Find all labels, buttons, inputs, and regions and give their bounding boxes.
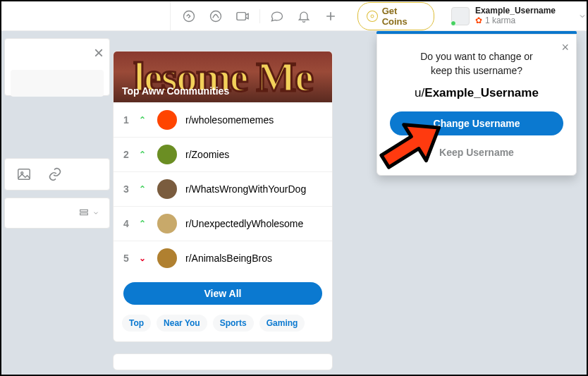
popup-close-icon[interactable]: ×	[561, 40, 569, 55]
svg-rect-4	[18, 169, 30, 180]
view-all-button[interactable]: View All	[123, 282, 322, 305]
community-rank: 5	[123, 253, 130, 264]
user-name-label: Example_Username	[475, 6, 556, 16]
notifications-icon[interactable]	[294, 6, 314, 26]
community-avatar	[157, 248, 177, 268]
trend-down-icon: ⌄	[139, 253, 149, 263]
all-icon[interactable]	[206, 6, 226, 26]
top-communities-card: lesome Me Top Aww Communities 1⌃r/wholes…	[113, 51, 333, 342]
communities-banner: lesome Me Top Aww Communities	[114, 51, 332, 102]
category-chip-row: TopNear YouSportsGaming	[114, 312, 332, 341]
create-post-icon[interactable]	[321, 6, 341, 26]
community-row[interactable]: 5⌄r/AnimalsBeingBros	[114, 241, 332, 275]
change-username-button[interactable]: Change Username	[390, 111, 563, 135]
image-post-icon[interactable]	[16, 166, 32, 182]
community-name: r/Zoomies	[185, 149, 229, 160]
community-name: r/UnexpectedlyWholesome	[185, 218, 303, 229]
user-menu[interactable]: Example_Username ✿ 1 karma	[451, 6, 587, 25]
community-rank: 4	[123, 218, 130, 229]
category-chip[interactable]: Sports	[213, 315, 254, 332]
post-type-card	[4, 158, 110, 190]
user-karma-row: ✿ 1 karma	[475, 16, 556, 25]
popup-question-line2: keep this username?	[431, 65, 522, 76]
community-avatar	[157, 110, 177, 130]
middle-column: lesome Me Top Aww Communities 1⌃r/wholes…	[113, 31, 333, 375]
user-info: Example_Username ✿ 1 karma	[475, 6, 556, 25]
svg-rect-7	[80, 213, 88, 215]
sort-card	[4, 198, 110, 229]
link-post-icon[interactable]	[47, 166, 63, 182]
svg-rect-6	[80, 210, 88, 212]
popup-username: u/Example_Username	[390, 86, 563, 100]
community-rank: 1	[123, 114, 130, 126]
topbar: Get Coins Example_Username ✿ 1 karma	[1, 1, 587, 31]
category-chip[interactable]: Gaming	[259, 315, 305, 332]
popular-icon[interactable]	[179, 6, 199, 26]
get-coins-label: Get Coins	[382, 6, 425, 27]
community-name: r/WhatsWrongWithYourDog	[185, 183, 306, 195]
trend-up-icon: ⌃	[139, 219, 149, 229]
popup-question-line1: Do you want to change or	[420, 51, 533, 62]
community-row[interactable]: 4⌃r/UnexpectedlyWholesome	[114, 206, 332, 241]
svg-point-0	[183, 11, 194, 21]
community-avatar	[157, 145, 177, 164]
popup-question: Do you want to change or keep this usern…	[390, 50, 563, 78]
communities-list: 1⌃r/wholesomememes2⌃r/Zoomies3⌃r/WhatsWr…	[114, 102, 332, 275]
live-icon[interactable]	[233, 6, 252, 26]
karma-icon: ✿	[475, 16, 482, 25]
category-chip[interactable]: Top	[122, 315, 151, 332]
community-avatar	[157, 179, 177, 199]
topbar-left-spacer	[1, 1, 171, 31]
sort-dropdown[interactable]	[78, 207, 99, 219]
chevron-down-icon	[578, 12, 587, 20]
svg-point-3	[371, 15, 374, 18]
community-rank: 3	[123, 183, 130, 195]
community-name: r/AnimalsBeingBros	[185, 253, 272, 264]
communities-banner-title: Top Aww Communities	[122, 85, 229, 97]
community-row[interactable]: 2⌃r/Zoomies	[114, 137, 332, 171]
community-avatar	[157, 214, 177, 234]
community-row[interactable]: 3⌃r/WhatsWrongWithYourDog	[114, 171, 332, 206]
close-icon[interactable]: ×	[94, 43, 104, 63]
trend-up-icon: ⌃	[139, 150, 149, 159]
trend-up-icon: ⌃	[139, 184, 149, 194]
topbar-icon-group	[171, 6, 349, 26]
chat-icon[interactable]	[267, 6, 287, 26]
skeleton-block	[11, 70, 104, 97]
svg-rect-2	[237, 12, 246, 20]
community-name: r/wholesomememes	[185, 114, 274, 126]
user-avatar	[451, 7, 470, 25]
online-indicator	[451, 20, 456, 26]
left-column: ×	[1, 31, 113, 375]
category-chip[interactable]: Near You	[157, 315, 207, 332]
get-coins-button[interactable]: Get Coins	[357, 2, 434, 30]
keep-username-button[interactable]: Keep Username	[390, 142, 563, 162]
username-popup: × Do you want to change or keep this use…	[376, 31, 577, 176]
divider	[259, 9, 260, 23]
coin-icon	[367, 11, 378, 22]
community-row[interactable]: 1⌃r/wholesomememes	[114, 102, 332, 137]
popup-body: × Do you want to change or keep this use…	[376, 34, 577, 176]
community-rank: 2	[123, 149, 130, 160]
popup-username-value: Example_Username	[424, 86, 539, 99]
premium-card-stub	[113, 353, 333, 370]
left-banner-card: ×	[4, 38, 110, 96]
popup-username-prefix: u/	[415, 86, 424, 99]
svg-point-1	[210, 11, 221, 21]
user-karma-label: 1 karma	[485, 16, 515, 25]
trend-up-icon: ⌃	[139, 115, 149, 125]
